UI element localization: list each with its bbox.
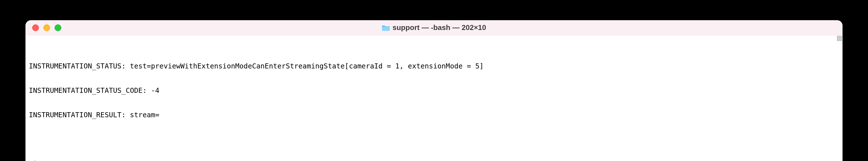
terminal-line: INSTRUMENTATION_STATUS_CODE: -4 [29, 86, 839, 95]
terminal-body[interactable]: INSTRUMENTATION_STATUS: test=previewWith… [26, 35, 842, 161]
window-title-group: support — -bash — 202×10 [382, 23, 486, 32]
terminal-line: INSTRUMENTATION_RESULT: stream= [29, 111, 839, 119]
terminal-line: Time: 200.579 [29, 160, 839, 161]
window-title: support — -bash — 202×10 [393, 23, 486, 32]
terminal-window: support — -bash — 202×10 INSTRUMENTATION… [26, 20, 842, 161]
terminal-line: INSTRUMENTATION_STATUS: test=previewWith… [29, 62, 839, 70]
close-icon[interactable] [32, 24, 39, 31]
traffic-lights [32, 24, 61, 31]
zoom-icon[interactable] [55, 24, 61, 31]
folder-icon [382, 24, 390, 31]
minimize-icon[interactable] [43, 24, 50, 31]
scroll-indicator-top[interactable] [837, 36, 842, 41]
titlebar[interactable]: support — -bash — 202×10 [26, 20, 842, 35]
terminal-line [29, 135, 839, 143]
